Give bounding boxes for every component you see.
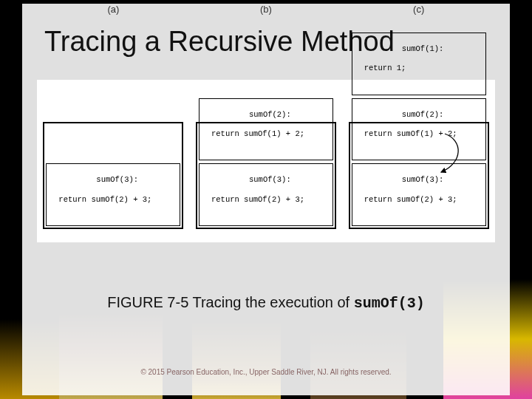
figure-area: (a) sumOf(3): return sumOf(2) + 3; (b) s… <box>37 80 495 242</box>
frame-call: sumOf(2): <box>249 110 291 119</box>
frame-call: sumOf(3): <box>96 175 138 184</box>
caption-text: FIGURE 7-5 Tracing the execution of <box>107 294 354 310</box>
stack-frame: sumOf(3): return sumOf(2) + 3; <box>199 163 333 226</box>
stack-frame: sumOf(1): return 1; <box>352 33 486 95</box>
frame-return: return sumOf(2) + 3; <box>50 195 177 205</box>
copyright-text: © 2015 Pearson Education, Inc., Upper Sa… <box>22 368 510 376</box>
frame-return: return 1; <box>355 64 482 73</box>
stack-frame: sumOf(2): return sumOf(1) + 2; <box>199 98 333 161</box>
call-stack-c: sumOf(1): return 1; sumOf(2): return sum… <box>349 122 489 229</box>
frame-return: return sumOf(2) + 3; <box>355 195 482 205</box>
panel-b: (b) sumOf(2): return sumOf(1) + 2; sumOf… <box>196 122 336 229</box>
panel-a-label: (a) <box>43 4 183 15</box>
figure-caption: FIGURE 7-5 Tracing the execution of sumO… <box>37 294 495 312</box>
frame-call: sumOf(2): <box>402 110 444 119</box>
call-stack-b: sumOf(2): return sumOf(1) + 2; sumOf(3):… <box>196 122 336 229</box>
caption-code: sumOf(3) <box>354 295 425 312</box>
slide-card: Tracing a Recursive Method (a) sumOf(3):… <box>22 4 510 395</box>
panel-c: (c) sumOf(1): return 1; sumOf(2): return… <box>349 122 489 229</box>
panel-c-label: (c) <box>349 4 489 15</box>
frame-return: return sumOf(2) + 3; <box>202 195 330 205</box>
stack-frame: sumOf(3): return sumOf(2) + 3; <box>352 163 486 226</box>
call-stack-a: sumOf(3): return sumOf(2) + 3; <box>43 122 183 229</box>
panel-b-label: (b) <box>196 4 336 15</box>
stack-frame: sumOf(3): return sumOf(2) + 3; <box>46 163 180 226</box>
frame-call: sumOf(3): <box>402 175 444 184</box>
frame-return: return sumOf(1) + 2; <box>355 129 482 139</box>
frame-call: sumOf(1): <box>402 44 444 53</box>
frame-call: sumOf(3): <box>249 175 291 184</box>
frame-return: return sumOf(1) + 2; <box>202 129 330 139</box>
stack-frame: sumOf(2): return sumOf(1) + 2; <box>352 98 486 161</box>
panel-a: (a) sumOf(3): return sumOf(2) + 3; <box>43 122 183 229</box>
